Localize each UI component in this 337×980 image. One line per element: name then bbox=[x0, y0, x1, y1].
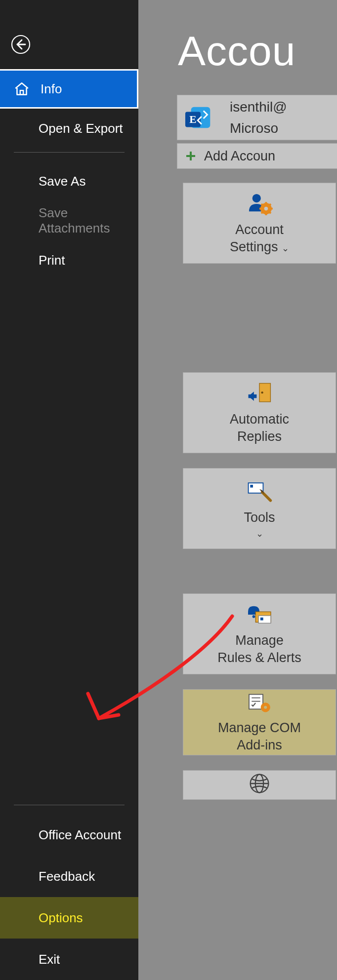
account-email: isenthil@ bbox=[230, 96, 287, 118]
mailbox-brush-icon bbox=[245, 479, 274, 503]
manage-com-addins-label: Manage COMAdd-ins bbox=[218, 719, 301, 754]
nav-bottom: Office Account Feedback Options Exit bbox=[0, 814, 138, 980]
account-provider: Microso bbox=[230, 118, 287, 139]
account-text: isenthil@ Microso bbox=[230, 96, 287, 139]
exchange-icon: E bbox=[184, 102, 215, 133]
nav-info[interactable]: Info bbox=[0, 69, 138, 109]
svg-point-10 bbox=[264, 207, 268, 211]
nav-feedback-label: Feedback bbox=[39, 869, 95, 884]
nav-options-label: Options bbox=[39, 910, 83, 926]
nav-top: Info Open & Export Save As Save Attachme… bbox=[0, 69, 138, 280]
nav-bottom-divider bbox=[14, 805, 125, 805]
home-icon bbox=[13, 80, 30, 97]
svg-text:E: E bbox=[189, 114, 196, 125]
back-arrow-icon bbox=[11, 35, 31, 54]
nav-print[interactable]: Print bbox=[0, 240, 138, 280]
nav-exit-label: Exit bbox=[39, 952, 60, 967]
automatic-replies-tile[interactable]: AutomaticReplies bbox=[183, 372, 336, 453]
svg-line-15 bbox=[261, 204, 263, 205]
back-button[interactable] bbox=[11, 35, 31, 54]
globe-icon bbox=[245, 773, 274, 794]
account-info-box[interactable]: E isenthil@ Microso bbox=[177, 95, 337, 140]
svg-rect-25 bbox=[258, 616, 271, 623]
nav-open-export[interactable]: Open & Export bbox=[0, 109, 138, 148]
nav-info-label: Info bbox=[41, 81, 62, 97]
svg-point-31 bbox=[264, 706, 267, 709]
nav-open-export-label: Open & Export bbox=[39, 121, 123, 136]
main-pane: Accou E isenthil@ Microso Add Accoun bbox=[138, 0, 337, 980]
svg-point-23 bbox=[253, 615, 255, 618]
door-arrow-icon bbox=[245, 382, 274, 405]
nav-feedback[interactable]: Feedback bbox=[0, 856, 138, 897]
account-settings-tile[interactable]: AccountSettings ⌄ bbox=[183, 183, 336, 264]
svg-line-16 bbox=[269, 212, 271, 213]
svg-rect-22 bbox=[250, 485, 253, 488]
tools-tile[interactable]: Tools ⌄ bbox=[183, 468, 336, 549]
nav-exit[interactable]: Exit bbox=[0, 939, 138, 980]
svg-rect-21 bbox=[249, 483, 263, 493]
manage-rules-label: ManageRules & Alerts bbox=[217, 632, 301, 666]
tools-label: Tools bbox=[244, 509, 275, 526]
tile-column: AccountSettings ⌄ AutomaticReplies bbox=[183, 183, 337, 800]
nav-print-label: Print bbox=[39, 253, 65, 268]
svg-point-20 bbox=[261, 392, 263, 393]
checklist-gear-icon bbox=[245, 693, 274, 713]
globe-tile-partial[interactable] bbox=[183, 770, 336, 800]
nav-options[interactable]: Options bbox=[0, 897, 138, 939]
svg-rect-26 bbox=[260, 618, 263, 621]
chevron-down-icon: ⌄ bbox=[256, 528, 263, 540]
manage-rules-tile[interactable]: ManageRules & Alerts bbox=[183, 593, 336, 674]
nav-save-attachments: Save Attachments bbox=[0, 201, 138, 240]
add-account-button[interactable]: Add Accoun bbox=[177, 143, 337, 169]
page-title: Accou bbox=[178, 27, 337, 75]
nav-office-account-label: Office Account bbox=[39, 827, 121, 843]
plus-icon bbox=[184, 150, 197, 162]
svg-line-17 bbox=[269, 204, 271, 205]
svg-line-18 bbox=[261, 212, 263, 213]
manage-com-addins-tile[interactable]: Manage COMAdd-ins bbox=[183, 689, 336, 755]
backstage-sidebar: Info Open & Export Save As Save Attachme… bbox=[0, 0, 138, 980]
person-gear-icon bbox=[245, 193, 274, 215]
bell-folder-icon bbox=[245, 603, 274, 626]
svg-rect-19 bbox=[259, 383, 270, 401]
nav-save-attachments-label: Save Attachments bbox=[39, 205, 138, 236]
account-settings-label: AccountSettings ⌄ bbox=[230, 221, 289, 256]
nav-save-as-label: Save As bbox=[39, 174, 85, 189]
svg-point-8 bbox=[253, 194, 261, 202]
nav-save-as[interactable]: Save As bbox=[0, 161, 138, 201]
automatic-replies-label: AutomaticReplies bbox=[230, 411, 289, 445]
add-account-label: Add Accoun bbox=[204, 149, 275, 164]
nav-divider bbox=[14, 152, 125, 153]
nav-office-account[interactable]: Office Account bbox=[0, 814, 138, 856]
